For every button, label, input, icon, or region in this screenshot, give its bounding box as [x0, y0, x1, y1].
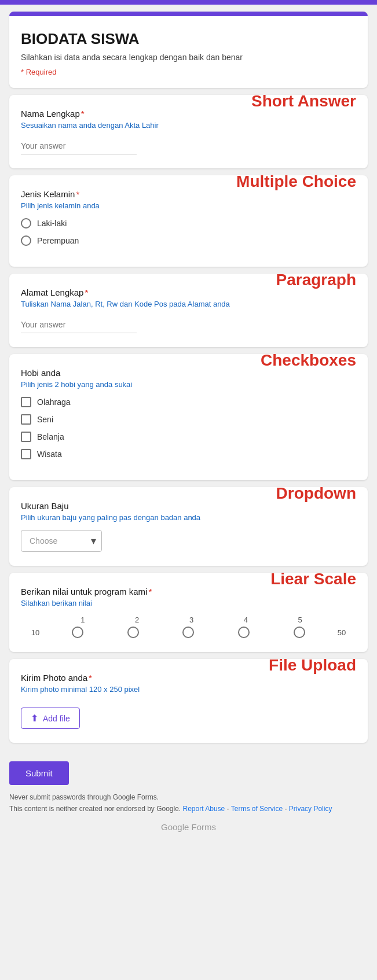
submit-section: Submit Never submit passwords through Go… — [0, 750, 377, 857]
checkbox-belanja[interactable]: Belanja — [21, 432, 356, 442]
password-warning: Never submit passwords through Google Fo… — [9, 793, 368, 801]
scale-option-3[interactable] — [161, 627, 217, 638]
submit-button[interactable]: Submit — [9, 761, 69, 785]
nama-input[interactable] — [21, 138, 137, 154]
dropdown-wrapper: Choose S M L XL XXL ▾ — [21, 530, 102, 552]
add-file-button[interactable]: ⬆ Add file — [21, 708, 80, 729]
header-card: BIODATA SISWA Silahkan isi data anda sec… — [9, 12, 368, 88]
ukuran-baju-card: Dropdown Ukuran Baju Pilih ukuran baju y… — [9, 487, 368, 566]
scale-radio-1 — [72, 627, 83, 638]
photo-card: File Upload Kirim Photo anda* Kirim phot… — [9, 659, 368, 743]
short-answer-label: Short Answer — [251, 91, 356, 111]
report-abuse-link[interactable]: Report Abuse — [183, 805, 225, 813]
ukuran-baju-hint: Pilih ukuran baju yang paling pas dengan… — [21, 513, 356, 522]
scale-max-label: 50 — [327, 628, 356, 637]
scale-radio-4 — [238, 627, 250, 638]
linear-scale-container: 1 2 3 4 5 10 — [21, 616, 356, 638]
radio-label-laki: Laki-laki — [37, 219, 67, 228]
checkbox-box-olahraga — [21, 397, 31, 407]
nama-hint: Sesuaikan nama anda dengan Akta Lahir — [21, 121, 356, 130]
paragraph-label: Paragraph — [276, 270, 357, 290]
radio-perempuan[interactable]: Perempuan — [21, 235, 356, 246]
terms-link[interactable]: Terms of Service — [231, 805, 283, 813]
hobi-hint: Pilih jenis 2 hobi yang anda sukai — [21, 380, 356, 389]
scale-option-5[interactable] — [272, 627, 327, 638]
checkbox-label-seni: Seni — [37, 415, 53, 424]
checkbox-box-belanja — [21, 432, 31, 442]
scale-radio-5 — [294, 627, 305, 638]
alamat-hint: Tuliskan Nama Jalan, Rt, Rw dan Kode Pos… — [21, 300, 356, 308]
disclaimer-text: This content is neither created nor endo… — [9, 805, 181, 813]
file-upload-label: File Upload — [269, 655, 356, 675]
radio-circle-perempuan — [21, 235, 31, 246]
scale-radio-3 — [182, 627, 194, 638]
scale-circles-row: 10 — [21, 627, 356, 638]
scale-option-2[interactable] — [105, 627, 161, 638]
scale-options — [50, 627, 327, 638]
alamat-input[interactable] — [21, 316, 137, 333]
scale-min-label: 10 — [21, 628, 50, 637]
checkbox-box-seni — [21, 414, 31, 425]
checkbox-olahraga[interactable]: Olahraga — [21, 397, 356, 407]
required-note: * Required — [21, 68, 356, 76]
nilai-hint: Silahkan berikan nilai — [21, 599, 356, 607]
checkbox-seni[interactable]: Seni — [21, 414, 356, 425]
ukuran-baju-select[interactable]: Choose S M L XL XXL — [21, 530, 102, 552]
multiple-choice-label: Multiple Choice — [236, 172, 356, 191]
scale-num-1: 1 — [56, 616, 110, 624]
jenis-kelamin-hint: Pilih jenis kelamin anda — [21, 201, 356, 210]
linear-scale-label: Liear Scale — [270, 569, 356, 589]
photo-hint: Kirim photo minimal 120 x 250 pixel — [21, 685, 356, 694]
scale-option-1[interactable] — [50, 627, 105, 638]
privacy-link[interactable]: Privacy Policy — [289, 805, 332, 813]
checkbox-box-wisata — [21, 449, 31, 459]
upload-icon: ⬆ — [31, 713, 38, 724]
radio-circle-laki — [21, 218, 31, 229]
scale-num-3: 3 — [164, 616, 219, 624]
top-bar — [0, 0, 377, 5]
google-forms-text: Google Forms — [161, 822, 216, 832]
checkbox-label-olahraga: Olahraga — [37, 397, 71, 407]
nilai-card: Liear Scale Berikan nilai untuk program … — [9, 573, 368, 652]
dropdown-label: Dropdown — [276, 484, 356, 503]
form-subtitle: Silahkan isi data anda secara lengkap de… — [21, 53, 356, 62]
checkboxes-label: Checkboxes — [261, 351, 356, 370]
google-forms-footer: Google Forms — [9, 813, 368, 846]
nama-card: Short Answer Nama Lengkap* Sesuaikan nam… — [9, 95, 368, 168]
scale-numbers-row: 1 2 3 4 5 — [21, 616, 356, 624]
scale-num-2: 2 — [110, 616, 164, 624]
checkbox-wisata[interactable]: Wisata — [21, 449, 356, 459]
jenis-kelamin-card: Multiple Choice Jenis Kelamin* Pilih jen… — [9, 175, 368, 267]
scale-option-4[interactable] — [216, 627, 272, 638]
scale-num-4: 4 — [218, 616, 273, 624]
checkbox-label-wisata: Wisata — [37, 450, 62, 459]
checkbox-label-belanja: Belanja — [37, 432, 64, 441]
footer-links: This content is neither created nor endo… — [9, 805, 368, 813]
radio-laki-laki[interactable]: Laki-laki — [21, 218, 356, 229]
scale-radio-2 — [127, 627, 139, 638]
form-title: BIODATA SISWA — [21, 30, 356, 48]
scale-num-5: 5 — [273, 616, 327, 624]
add-file-label: Add file — [43, 714, 70, 723]
hobi-card: Checkboxes Hobi anda Pilih jenis 2 hobi … — [9, 354, 368, 480]
alamat-card: Paragraph Alamat Lengkap* Tuliskan Nama … — [9, 274, 368, 347]
radio-label-perempuan: Perempuan — [37, 236, 79, 245]
